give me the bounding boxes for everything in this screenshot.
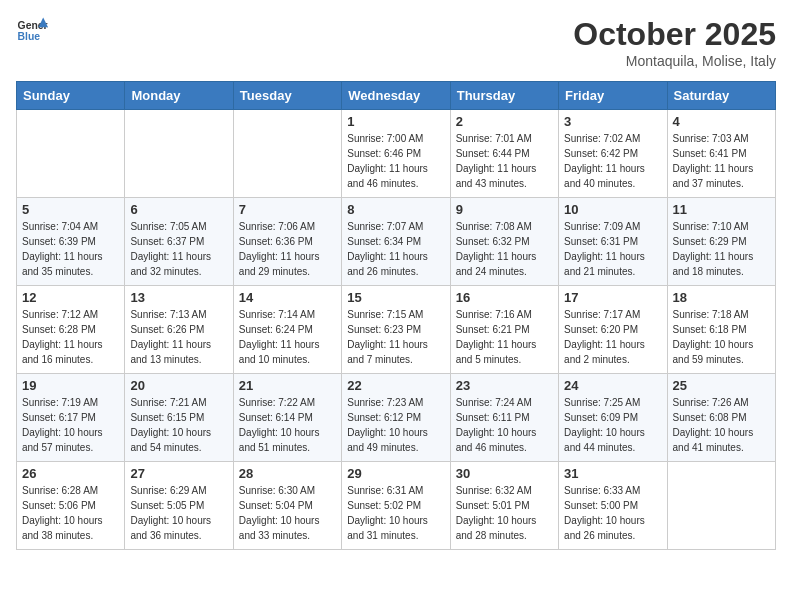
day-number: 30 [456,466,553,481]
calendar-cell: 30Sunrise: 6:32 AM Sunset: 5:01 PM Dayli… [450,462,558,550]
day-info: Sunrise: 7:15 AM Sunset: 6:23 PM Dayligh… [347,307,444,367]
day-number: 16 [456,290,553,305]
day-info: Sunrise: 7:18 AM Sunset: 6:18 PM Dayligh… [673,307,770,367]
day-number: 9 [456,202,553,217]
calendar-cell: 29Sunrise: 6:31 AM Sunset: 5:02 PM Dayli… [342,462,450,550]
day-number: 15 [347,290,444,305]
svg-text:Blue: Blue [18,31,41,42]
day-info: Sunrise: 7:17 AM Sunset: 6:20 PM Dayligh… [564,307,661,367]
day-info: Sunrise: 7:25 AM Sunset: 6:09 PM Dayligh… [564,395,661,455]
day-number: 26 [22,466,119,481]
day-info: Sunrise: 7:10 AM Sunset: 6:29 PM Dayligh… [673,219,770,279]
calendar-cell: 18Sunrise: 7:18 AM Sunset: 6:18 PM Dayli… [667,286,775,374]
day-info: Sunrise: 7:07 AM Sunset: 6:34 PM Dayligh… [347,219,444,279]
day-number: 27 [130,466,227,481]
calendar-cell: 24Sunrise: 7:25 AM Sunset: 6:09 PM Dayli… [559,374,667,462]
calendar-cell: 25Sunrise: 7:26 AM Sunset: 6:08 PM Dayli… [667,374,775,462]
logo-icon: General Blue [16,16,48,44]
calendar-cell: 5Sunrise: 7:04 AM Sunset: 6:39 PM Daylig… [17,198,125,286]
title-block: October 2025 Montaquila, Molise, Italy [573,16,776,69]
calendar-cell: 28Sunrise: 6:30 AM Sunset: 5:04 PM Dayli… [233,462,341,550]
day-info: Sunrise: 6:29 AM Sunset: 5:05 PM Dayligh… [130,483,227,543]
day-number: 10 [564,202,661,217]
calendar-cell: 9Sunrise: 7:08 AM Sunset: 6:32 PM Daylig… [450,198,558,286]
day-info: Sunrise: 7:08 AM Sunset: 6:32 PM Dayligh… [456,219,553,279]
day-number: 28 [239,466,336,481]
weekday-header-wednesday: Wednesday [342,82,450,110]
day-number: 17 [564,290,661,305]
day-number: 7 [239,202,336,217]
calendar-cell: 8Sunrise: 7:07 AM Sunset: 6:34 PM Daylig… [342,198,450,286]
day-number: 2 [456,114,553,129]
calendar-cell: 12Sunrise: 7:12 AM Sunset: 6:28 PM Dayli… [17,286,125,374]
day-info: Sunrise: 7:19 AM Sunset: 6:17 PM Dayligh… [22,395,119,455]
day-info: Sunrise: 7:01 AM Sunset: 6:44 PM Dayligh… [456,131,553,191]
calendar-cell: 6Sunrise: 7:05 AM Sunset: 6:37 PM Daylig… [125,198,233,286]
calendar-cell: 27Sunrise: 6:29 AM Sunset: 5:05 PM Dayli… [125,462,233,550]
calendar-cell [667,462,775,550]
day-info: Sunrise: 7:14 AM Sunset: 6:24 PM Dayligh… [239,307,336,367]
day-number: 3 [564,114,661,129]
weekday-header-sunday: Sunday [17,82,125,110]
day-info: Sunrise: 7:04 AM Sunset: 6:39 PM Dayligh… [22,219,119,279]
day-info: Sunrise: 7:21 AM Sunset: 6:15 PM Dayligh… [130,395,227,455]
day-number: 6 [130,202,227,217]
day-number: 14 [239,290,336,305]
day-number: 5 [22,202,119,217]
month-title: October 2025 [573,16,776,53]
calendar-cell [233,110,341,198]
day-info: Sunrise: 6:33 AM Sunset: 5:00 PM Dayligh… [564,483,661,543]
day-info: Sunrise: 7:00 AM Sunset: 6:46 PM Dayligh… [347,131,444,191]
calendar-cell: 16Sunrise: 7:16 AM Sunset: 6:21 PM Dayli… [450,286,558,374]
calendar-cell: 15Sunrise: 7:15 AM Sunset: 6:23 PM Dayli… [342,286,450,374]
day-info: Sunrise: 7:09 AM Sunset: 6:31 PM Dayligh… [564,219,661,279]
day-info: Sunrise: 7:06 AM Sunset: 6:36 PM Dayligh… [239,219,336,279]
day-number: 12 [22,290,119,305]
day-number: 24 [564,378,661,393]
day-number: 18 [673,290,770,305]
calendar-cell: 13Sunrise: 7:13 AM Sunset: 6:26 PM Dayli… [125,286,233,374]
day-number: 22 [347,378,444,393]
day-number: 13 [130,290,227,305]
calendar-cell: 14Sunrise: 7:14 AM Sunset: 6:24 PM Dayli… [233,286,341,374]
day-info: Sunrise: 7:26 AM Sunset: 6:08 PM Dayligh… [673,395,770,455]
day-info: Sunrise: 7:05 AM Sunset: 6:37 PM Dayligh… [130,219,227,279]
calendar-cell: 26Sunrise: 6:28 AM Sunset: 5:06 PM Dayli… [17,462,125,550]
day-number: 21 [239,378,336,393]
calendar-cell: 3Sunrise: 7:02 AM Sunset: 6:42 PM Daylig… [559,110,667,198]
calendar-cell: 23Sunrise: 7:24 AM Sunset: 6:11 PM Dayli… [450,374,558,462]
day-number: 31 [564,466,661,481]
day-number: 20 [130,378,227,393]
calendar-cell: 2Sunrise: 7:01 AM Sunset: 6:44 PM Daylig… [450,110,558,198]
day-info: Sunrise: 7:16 AM Sunset: 6:21 PM Dayligh… [456,307,553,367]
day-number: 19 [22,378,119,393]
day-info: Sunrise: 6:28 AM Sunset: 5:06 PM Dayligh… [22,483,119,543]
day-info: Sunrise: 7:24 AM Sunset: 6:11 PM Dayligh… [456,395,553,455]
calendar-cell: 10Sunrise: 7:09 AM Sunset: 6:31 PM Dayli… [559,198,667,286]
day-number: 4 [673,114,770,129]
calendar-cell: 17Sunrise: 7:17 AM Sunset: 6:20 PM Dayli… [559,286,667,374]
day-number: 25 [673,378,770,393]
day-info: Sunrise: 7:12 AM Sunset: 6:28 PM Dayligh… [22,307,119,367]
calendar-cell: 31Sunrise: 6:33 AM Sunset: 5:00 PM Dayli… [559,462,667,550]
calendar-cell: 1Sunrise: 7:00 AM Sunset: 6:46 PM Daylig… [342,110,450,198]
calendar-cell [17,110,125,198]
calendar-cell: 20Sunrise: 7:21 AM Sunset: 6:15 PM Dayli… [125,374,233,462]
day-number: 11 [673,202,770,217]
calendar-cell: 21Sunrise: 7:22 AM Sunset: 6:14 PM Dayli… [233,374,341,462]
logo: General Blue [16,16,48,44]
page-header: General Blue October 2025 Montaquila, Mo… [16,16,776,69]
day-info: Sunrise: 6:31 AM Sunset: 5:02 PM Dayligh… [347,483,444,543]
day-info: Sunrise: 7:13 AM Sunset: 6:26 PM Dayligh… [130,307,227,367]
weekday-header-tuesday: Tuesday [233,82,341,110]
day-info: Sunrise: 7:02 AM Sunset: 6:42 PM Dayligh… [564,131,661,191]
calendar-cell: 7Sunrise: 7:06 AM Sunset: 6:36 PM Daylig… [233,198,341,286]
calendar-cell: 19Sunrise: 7:19 AM Sunset: 6:17 PM Dayli… [17,374,125,462]
day-info: Sunrise: 7:03 AM Sunset: 6:41 PM Dayligh… [673,131,770,191]
calendar-cell: 11Sunrise: 7:10 AM Sunset: 6:29 PM Dayli… [667,198,775,286]
day-number: 29 [347,466,444,481]
calendar-table: SundayMondayTuesdayWednesdayThursdayFrid… [16,81,776,550]
weekday-header-saturday: Saturday [667,82,775,110]
calendar-cell [125,110,233,198]
day-number: 8 [347,202,444,217]
